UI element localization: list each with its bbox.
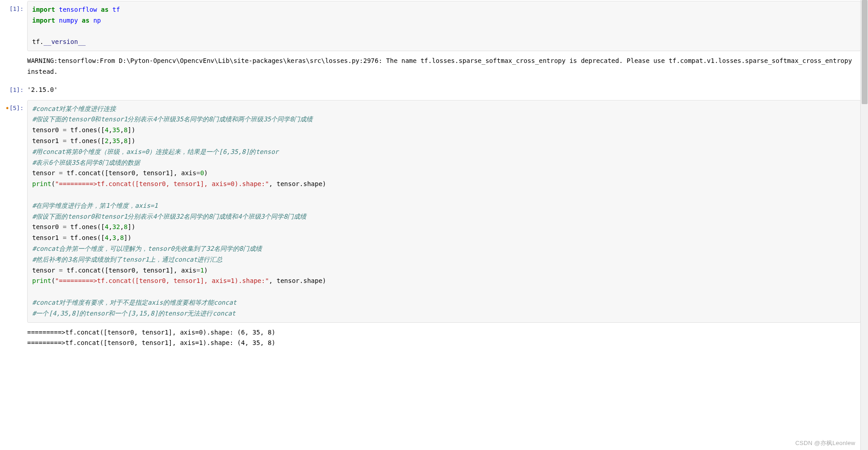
cell-1-input-content[interactable]: import tensorflow as tf import numpy as … (27, 1, 861, 51)
scrollbar-thumb[interactable] (862, 0, 868, 104)
cell-1-result-row: [1]: '2.15.0' (0, 81, 868, 99)
cell-2-stdout-prompt (0, 325, 27, 328)
cell-1-result-prompt: [1]: (0, 82, 27, 95)
cell-1-warning-prompt (0, 53, 27, 56)
cell-2-code[interactable]: #concat对某个维度进行连接 #假设下面的tensor0和tensor1分别… (27, 100, 861, 323)
cell-1-result-text: '2.15.0' (27, 82, 861, 98)
cell-1-input-prompt: [1]: (0, 1, 27, 14)
vertical-scrollbar[interactable] (860, 0, 868, 352)
cell-1-warning-content: WARNING:tensorflow:From D:\Pyton-Opencv\… (27, 53, 861, 80)
cell-2-input-row: [5]: #concat对某个维度进行连接 #假设下面的tensor0和tens… (0, 99, 868, 324)
cell-2-stdout-text: =========>tf.concat([tensor0, tensor1], … (27, 325, 861, 352)
notebook: [1]: import tensorflow as tf import nump… (0, 0, 868, 352)
cell-1-warning-text: WARNING:tensorflow:From D:\Pyton-Opencv\… (27, 53, 861, 80)
cell-2-stdout-content: =========>tf.concat([tensor0, tensor1], … (27, 325, 861, 352)
cell-2-input-prompt: [5]: (0, 100, 27, 113)
cell-1-result-content: '2.15.0' (27, 82, 861, 98)
cell-1-code[interactable]: import tensorflow as tf import numpy as … (27, 1, 861, 51)
cell-1-input-row: [1]: import tensorflow as tf import nump… (0, 0, 868, 52)
cell-1-warning-row: WARNING:tensorflow:From D:\Pyton-Opencv\… (0, 52, 868, 81)
cell-2-input-content[interactable]: #concat对某个维度进行连接 #假设下面的tensor0和tensor1分别… (27, 100, 861, 323)
cell-2-stdout-row: =========>tf.concat([tensor0, tensor1], … (0, 324, 868, 353)
